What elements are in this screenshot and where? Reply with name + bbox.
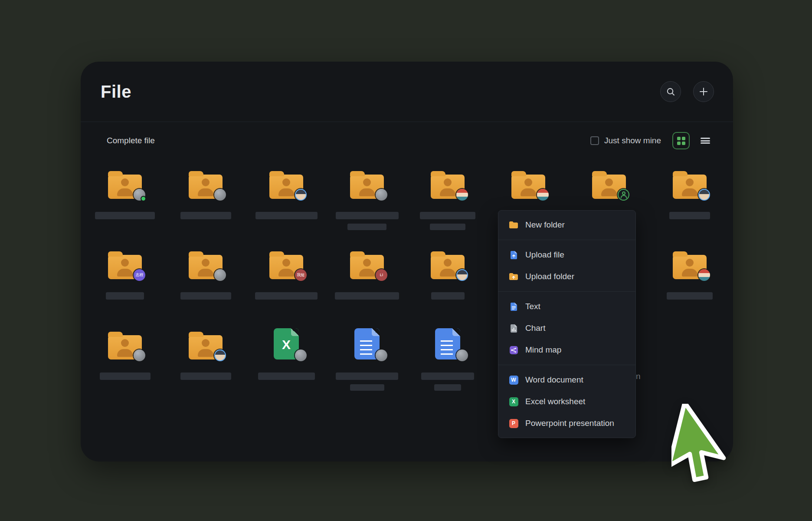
member-avatar-badge [456,189,468,201]
folder-item[interactable] [85,326,165,406]
folder-item[interactable] [407,245,488,326]
menu-divider [498,365,635,365]
folder-item[interactable] [165,165,246,245]
window-header: File [81,62,733,122]
member-avatar-badge [698,269,710,281]
text-doc-icon [509,302,518,311]
chart-doc-icon [509,323,518,333]
shared-folder-icon: 志程 [106,245,144,279]
file-item[interactable] [327,326,407,406]
document-file-icon [429,326,466,359]
shared-folder-icon [106,165,144,199]
new-folder-icon [509,220,518,230]
filename-placeholder [106,292,144,300]
shared-folder-icon [187,326,224,359]
app-window: File Complete file Just show mine [81,62,733,462]
member-avatar-badge: 我短 [295,269,307,281]
menu-item-label: Excel worksheet [525,397,585,406]
filename-placeholder [335,292,399,300]
menu-item-text[interactable]: Text [498,296,635,317]
member-avatar-badge [456,269,468,281]
grid-view-icon [677,137,685,145]
menu-item-label: Mind map [525,345,561,355]
folder-item[interactable] [407,165,488,245]
search-button[interactable] [660,81,681,102]
filename-placeholder [431,292,465,300]
menu-item-label: Powerpoint presentation [525,419,614,428]
mouse-cursor [671,404,767,499]
obscured-text-fragment: n [636,372,641,381]
filename-placeholder [95,212,155,219]
member-avatar-badge: 志程 [134,269,145,281]
member-avatar-badge [295,350,307,361]
folder-item[interactable]: 志程 [85,245,165,326]
word-icon: W [509,375,518,385]
filename-placeholder [669,212,710,219]
document-file-icon [348,326,386,359]
member-avatar-badge [698,189,710,201]
shared-folder-icon [429,245,466,279]
folder-item[interactable] [649,245,730,326]
view-toggle-group [672,132,714,149]
filename-placeholder [430,224,465,230]
folder-item[interactable] [246,165,327,245]
filename-placeholder [180,212,231,219]
shared-folder-icon [671,245,708,279]
folder-item[interactable] [165,245,246,326]
add-button[interactable] [693,81,714,102]
member-avatar-badge [376,350,387,361]
menu-item-upload-file[interactable]: Upload file [498,244,635,266]
filename-placeholder [421,373,474,380]
menu-item-word-document[interactable]: WWord document [498,369,635,391]
menu-item-chart[interactable]: Chart [498,317,635,339]
folder-item[interactable]: 我短 [246,245,327,326]
menu-item-label: Text [525,302,540,311]
menu-divider [498,240,635,240]
context-menu: New folderUpload fileUpload folderTextCh… [498,210,636,438]
filename-placeholder [350,384,384,391]
folder-item[interactable] [165,326,246,406]
filename-placeholder [255,292,318,300]
folder-item[interactable] [327,165,407,245]
member-avatar-badge [618,189,629,201]
shared-folder-icon [106,326,144,359]
menu-item-upload-folder[interactable]: Upload folder [498,266,635,287]
excel-icon: X [509,397,518,406]
menu-item-excel-worksheet[interactable]: XExcel worksheet [498,391,635,412]
filename-placeholder [336,212,399,219]
menu-item-label: New folder [525,220,565,230]
folder-item[interactable] [649,165,730,245]
menu-item-new-folder[interactable]: New folder [498,214,635,236]
upload-file-icon [509,250,518,260]
list-view-icon [701,137,710,145]
member-avatar-badge [456,350,468,361]
folder-item[interactable] [85,165,165,245]
just-show-mine-checkbox[interactable] [590,136,599,145]
filename-placeholder [258,373,315,380]
filename-placeholder [180,292,231,300]
member-avatar-badge [214,350,226,361]
menu-item-label: Chart [525,323,545,333]
file-item[interactable]: X [246,326,327,406]
toolbar-right: Just show mine [590,132,714,149]
shared-folder-icon [429,165,466,199]
shared-folder-icon [187,245,224,279]
section-label: Complete file [107,136,155,145]
file-item[interactable] [407,326,488,406]
member-avatar-badge [295,189,307,201]
menu-item-powerpoint-presentation[interactable]: PPowerpoint presentation [498,412,635,434]
grid-view-button[interactable] [672,132,690,149]
list-view-button[interactable] [697,132,714,149]
filename-placeholder [420,212,475,219]
filename-placeholder [180,373,231,380]
filename-placeholder [255,212,318,219]
filename-placeholder [100,373,151,380]
menu-item-label: Word document [525,375,583,385]
folder-item[interactable]: LI [327,245,407,326]
filename-placeholder [336,373,398,380]
shared-folder-icon [187,165,224,199]
search-icon [666,87,675,96]
plus-icon [699,87,708,96]
menu-item-mind-map[interactable]: Mind map [498,339,635,361]
excel-file-icon: X [268,326,305,359]
